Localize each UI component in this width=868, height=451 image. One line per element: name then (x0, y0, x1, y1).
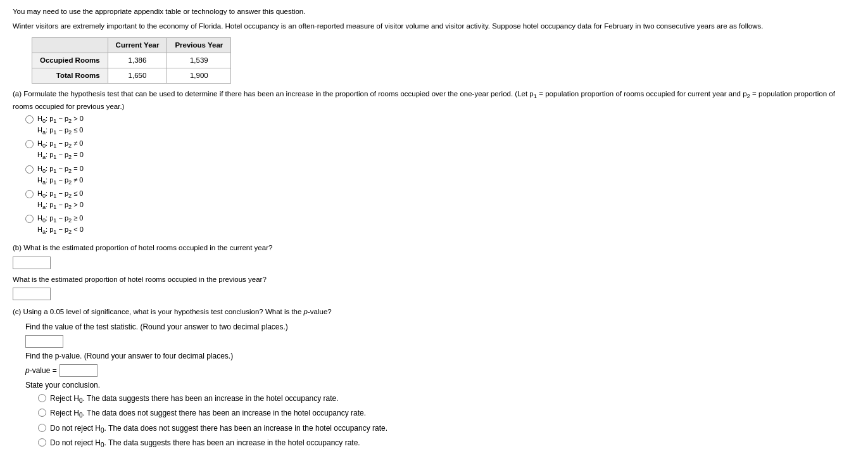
option-3-ha: Ha: p1 − p2 ≠ 0 (37, 175, 84, 187)
part-c: (c) Using a 0.05 level of significance, … (13, 307, 855, 450)
conclusion-radio-1[interactable] (38, 394, 46, 402)
part-c-pvalue-section: Find the p-value. (Round your answer to … (25, 350, 855, 377)
part-c-teststat-input[interactable] (26, 336, 63, 347)
part-b-input1-box[interactable] (13, 257, 51, 269)
table-row-total: Total Rooms 1,650 1,900 (32, 68, 231, 84)
table-header-current: Current Year (108, 37, 167, 53)
conclusion-text-1: Reject H0. The data suggests there has b… (50, 393, 339, 405)
table-cell-occupied-previous: 1,539 (167, 53, 231, 68)
data-table: Current Year Previous Year Occupied Room… (32, 37, 231, 84)
part-b-input2[interactable] (13, 288, 50, 300)
part-b-input2-box[interactable] (13, 288, 51, 300)
table-cell-total-previous: 1,900 (167, 68, 231, 84)
conclusion-text-2: Reject H0. The data does not suggest the… (50, 407, 366, 420)
conclusion-option-4: Do not reject H0. The data suggests ther… (38, 437, 855, 450)
radio-option-2: H0: p1 − p2 ≠ 0 Ha: p1 − p2 = 0 (25, 139, 855, 162)
conclusion-option-1: Reject H0. The data suggests there has b… (38, 393, 855, 405)
part-b-prefix: (b) (13, 244, 22, 251)
option-2-h0: H0: p1 − p2 ≠ 0 (37, 139, 84, 150)
part-b-input1-container (13, 257, 855, 269)
option-5-text: H0: p1 − p2 ≥ 0 Ha: p1 − p2 < 0 (37, 213, 84, 236)
option-2-text: H0: p1 − p2 ≠ 0 Ha: p1 − p2 = 0 (37, 139, 84, 162)
part-a-question: (a) Formulate the hypothesis test that c… (13, 89, 855, 112)
table-row-occupied: Occupied Rooms 1,386 1,539 (32, 53, 231, 68)
conclusion-radio-3[interactable] (38, 424, 46, 432)
radio-3[interactable] (25, 165, 34, 174)
part-a: (a) Formulate the hypothesis test that c… (13, 89, 855, 236)
part-c-teststat: Find the value of the test statistic. (R… (25, 321, 855, 348)
part-c-teststat-input-container (25, 335, 855, 348)
option-5-h0: H0: p1 − p2 ≥ 0 (37, 213, 84, 225)
option-4-text: H0: p1 − p2 ≤ 0 Ha: p1 − p2 > 0 (37, 189, 84, 212)
part-c-pvalue-label: Find the p-value. (Round your answer to … (25, 350, 855, 362)
option-1-text: H0: p1 − p2 > 0 Ha: p1 − p2 ≤ 0 (37, 114, 84, 137)
conclusion-radio-2[interactable] (38, 409, 46, 417)
table-cell-total-current: 1,650 (108, 68, 167, 84)
part-b-q2: What is the estimated proportion of hote… (13, 274, 855, 285)
table-header-empty (32, 37, 108, 53)
part-c-pvalue-row: p-value = (25, 364, 855, 377)
radio-option-3: H0: p1 − p2 = 0 Ha: p1 − p2 ≠ 0 (25, 164, 855, 187)
table-cell-occupied-current: 1,386 (108, 53, 167, 68)
intro-line1: You may need to use the appropriate appe… (13, 6, 855, 17)
radio-5[interactable] (25, 215, 34, 223)
part-c-conclusion-label: State your conclusion. (25, 379, 855, 391)
option-3-h0: H0: p1 − p2 = 0 (37, 164, 84, 175)
option-1-ha: Ha: p1 − p2 ≤ 0 (37, 125, 84, 137)
radio-1[interactable] (25, 115, 34, 124)
part-c-conclusion-section: State your conclusion. Reject H0. The da… (25, 379, 855, 450)
part-b-q1: What is the estimated proportion of hote… (23, 244, 272, 251)
part-c-pvalue-input[interactable] (60, 365, 97, 376)
part-c-teststat-label: Find the value of the test statistic. (R… (25, 321, 855, 333)
radio-option-5: H0: p1 − p2 ≥ 0 Ha: p1 − p2 < 0 (25, 213, 855, 236)
option-2-ha: Ha: p1 − p2 = 0 (37, 150, 84, 162)
part-c-question: (c) Using a 0.05 level of significance, … (13, 307, 855, 317)
part-b-input1[interactable] (13, 257, 50, 269)
table-header-previous: Previous Year (167, 37, 231, 53)
part-b: (b) What is the estimated proportion of … (13, 243, 855, 300)
option-5-ha: Ha: p1 − p2 < 0 (37, 225, 84, 236)
conclusion-option-2: Reject H0. The data does not suggest the… (38, 407, 855, 420)
radio-2[interactable] (25, 140, 34, 148)
table-cell-occupied-label: Occupied Rooms (32, 53, 108, 68)
part-c-pvalue-prefix: p-value = (25, 365, 57, 376)
radio-option-4: H0: p1 − p2 ≤ 0 Ha: p1 − p2 > 0 (25, 189, 855, 212)
part-c-pvalue-box[interactable] (60, 364, 97, 377)
option-4-h0: H0: p1 − p2 ≤ 0 (37, 189, 84, 200)
part-b-input2-container (13, 288, 855, 300)
radio-option-1: H0: p1 − p2 > 0 Ha: p1 − p2 ≤ 0 (25, 114, 855, 137)
table-cell-total-label: Total Rooms (32, 68, 108, 84)
part-c-teststat-box[interactable] (25, 335, 63, 348)
radio-4[interactable] (25, 190, 34, 198)
conclusion-radio-4[interactable] (38, 438, 46, 447)
intro-line2: Winter visitors are extremely important … (13, 21, 855, 32)
conclusion-option-3: Do not reject H0. The data does not sugg… (38, 422, 855, 435)
option-4-ha: Ha: p1 − p2 > 0 (37, 200, 84, 212)
option-3-text: H0: p1 − p2 = 0 Ha: p1 − p2 ≠ 0 (37, 164, 84, 187)
option-1-h0: H0: p1 − p2 > 0 (37, 114, 84, 125)
part-a-options: H0: p1 − p2 > 0 Ha: p1 − p2 ≤ 0 H0: p1 −… (25, 114, 855, 236)
part-a-label: (a) (13, 90, 22, 98)
part-c-label: (c) (13, 308, 21, 315)
conclusion-text-3: Do not reject H0. The data does not sugg… (50, 422, 387, 435)
part-c-conclusion-options: Reject H0. The data suggests there has b… (38, 393, 855, 450)
part-b-label: (b) What is the estimated proportion of … (13, 243, 855, 253)
conclusion-text-4: Do not reject H0. The data suggests ther… (50, 437, 360, 450)
